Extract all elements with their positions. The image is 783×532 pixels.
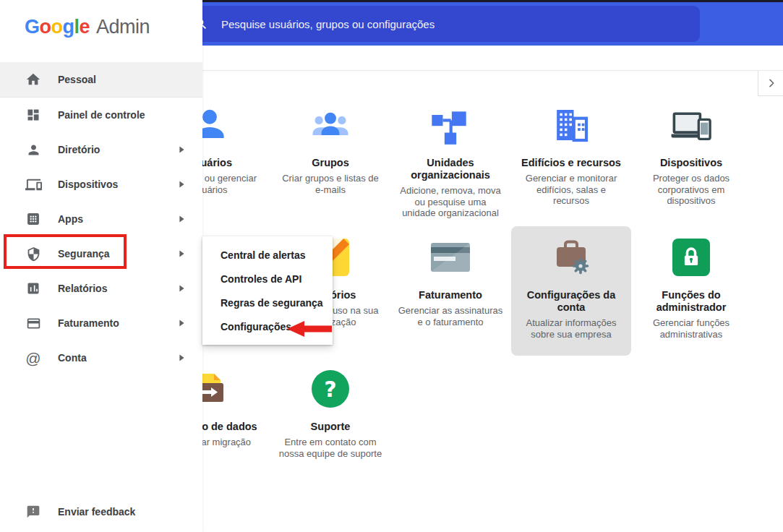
menu-item-central-de-alertas[interactable]: Central de alertas [202,243,333,267]
feedback-icon [25,505,42,519]
card-unidades-organizacionais[interactable]: Unidades organizacionaisAdicione, remova… [390,94,510,219]
sidebar-item-enviar-feedback[interactable]: Enviar feedback [0,494,202,529]
annotation-arrow-icon [287,319,332,339]
card-dispositivos[interactable]: DispositivosProteger os dados corporativ… [631,94,751,207]
sidebar-item-painel-de-controle[interactable]: Painel de controle [0,98,202,132]
expand-chevron-icon [179,354,185,361]
highlight-box-seguranca [4,234,127,269]
sidebar-item-label: Pessoal [58,74,96,85]
expand-chevron-icon [179,250,185,257]
card-title: Grupos [270,157,390,169]
menu-item-label: Controles de API [221,273,301,285]
google-logo: Google [25,16,90,38]
card-title: Faturamento [390,289,510,301]
card-funcoes-do-administrador[interactable]: Funções do administradorGerenciar funçõe… [631,226,751,340]
home-icon [25,72,42,87]
orgunits-icon [390,105,510,145]
admin-console-page: UsuáriosAdicionar ou gerenciar usuáriosG… [0,0,783,532]
expand-chevron-icon [179,181,185,188]
sidebar-item-label: Dispositivos [58,179,118,190]
sidebar-item-conta[interactable]: @Conta [0,340,202,375]
card-description: Criar grupos e listas de e-mails [270,173,390,195]
support-icon: ? [270,369,390,409]
google-admin-logo[interactable]: Google Admin [25,12,150,41]
content-divider [202,70,783,71]
menu-item-label: Regras de segurança [221,297,323,309]
card-title: Edifícios e recursos [511,157,631,169]
expand-chevron-icon [179,215,185,223]
admin-search-bar[interactable] [194,6,700,42]
menu-item-regras-de-seguranca[interactable]: Regras de segurança [202,291,333,314]
card-description: Gerenciar e monitorar edifícios, salas e… [511,173,631,207]
at-icon: @ [25,351,42,366]
sidebar-nav: PessoalPainel de controleDiretórioDispos… [0,62,202,375]
billing-card-icon [390,237,510,278]
sidebar-item-label: Faturamento [58,317,119,329]
card-title: Dispositivos [631,157,751,169]
card-suporte[interactable]: ?SuporteEntre em contato com nossa equip… [270,358,390,459]
menu-item-controles-de-api[interactable]: Controles de API [202,267,333,291]
devices-icon [25,176,42,193]
card-faturamento[interactable]: FaturamentoGerenciar as assinaturas e o … [390,226,510,327]
card-grupos[interactable]: GruposCriar grupos e listas de e-mails [270,94,390,195]
devices-card-icon [631,105,751,145]
groups-icon [270,105,390,145]
admin-roles-icon [631,237,751,278]
card-configuracoes-da-conta[interactable]: Configurações da contaAtualizar informaç… [511,226,631,356]
card-description: Gerenciar as assinaturas e o faturamento [390,305,510,327]
expand-chevron-icon [179,319,185,327]
card-description: Entre em contato com nossa equipe de sup… [270,437,390,459]
card-title: Unidades organizacionais [390,157,510,181]
feedback-label: Enviar feedback [58,506,135,518]
admin-product-label: Admin [96,16,150,38]
sidebar-item-label: Conta [58,352,87,364]
account-settings-icon [511,237,631,278]
card-description: Adicione, remova, mova ou pesquise uma u… [390,185,510,219]
sidebar-item-label: Apps [58,213,83,225]
card-title: Funções do administrador [631,289,751,314]
expand-chevron-icon [179,285,185,292]
card-description: Proteger os dados corporativos em dispos… [631,173,751,207]
sidebar-item-faturamento[interactable]: Faturamento [0,306,202,340]
reports-icon [25,281,42,296]
sidebar-item-relatorios[interactable]: Relatórios [0,271,202,306]
sidebar-item-diretorio[interactable]: Diretório [0,132,202,167]
expand-chevron-icon [179,146,185,153]
dashboard-icon [25,108,42,122]
sidebar-item-apps[interactable]: Apps [0,202,202,236]
sidebar-item-label: Relatórios [58,283,107,294]
apps-icon [25,212,42,226]
sidebar-item-label: Painel de controle [58,109,145,121]
building-icon [511,105,631,145]
panel-collapse-button[interactable] [758,71,783,96]
card-title: Suporte [270,421,390,433]
sidebar-item-label: Diretório [58,144,100,155]
person-icon [25,142,42,158]
menu-item-label: Central de alertas [221,249,306,261]
card-title: Configurações da conta [511,289,631,314]
card-description: Gerenciar funções administrativas [631,317,751,340]
sidebar-item-pessoal[interactable]: Pessoal [0,62,202,98]
chevron-right-icon [766,77,777,89]
sidebar-item-dispositivos[interactable]: Dispositivos [0,167,202,202]
card-edificios-e-recursos[interactable]: Edifícios e recursosGerenciar e monitora… [511,94,631,207]
card-description: Atualizar informações sobre sua empresa [511,317,631,340]
billing-icon [25,316,42,331]
menu-item-label: Configurações [221,321,291,332]
search-input[interactable] [194,6,700,42]
